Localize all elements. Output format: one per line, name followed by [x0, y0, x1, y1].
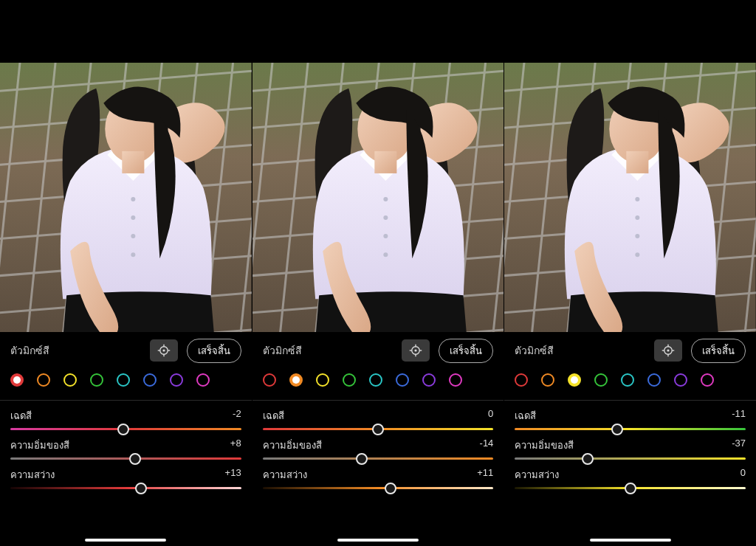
- color-swatch-row: [10, 369, 241, 395]
- controls-overlay: ตัวมิกซ์สีเสร็จสิ้นเฉดสี-2ความอิ่มของสี+…: [0, 332, 252, 546]
- slider-label: ความอิ่มของสี: [10, 438, 69, 453]
- color-swatch[interactable]: [143, 373, 157, 387]
- color-swatch[interactable]: [701, 373, 714, 387]
- slider-value: 0: [740, 467, 746, 483]
- slider-thumb[interactable]: [385, 483, 396, 494]
- svg-point-54: [383, 234, 388, 238]
- slider-thumb[interactable]: [625, 483, 636, 494]
- slider-label: เฉดสี: [515, 408, 536, 424]
- preview-image: [252, 63, 504, 332]
- svg-point-83: [636, 197, 640, 201]
- slider-row: เฉดสี0: [263, 408, 494, 430]
- slider-thumb[interactable]: [582, 453, 594, 465]
- slider-track[interactable]: [10, 457, 241, 460]
- color-swatch[interactable]: [647, 373, 661, 387]
- color-swatch[interactable]: [422, 373, 436, 387]
- color-swatch[interactable]: [37, 373, 50, 387]
- target-picker-button[interactable]: [402, 339, 430, 362]
- color-swatch[interactable]: [515, 373, 528, 387]
- slider-thumb[interactable]: [611, 424, 623, 435]
- slider-thumb[interactable]: [356, 453, 368, 465]
- color-swatch[interactable]: [674, 373, 687, 387]
- svg-point-22: [131, 215, 135, 220]
- color-mix-panel: ตัวมิกซ์สีเสร็จสิ้นเฉดสี-11ความอิ่มของสี…: [504, 0, 756, 546]
- color-swatch[interactable]: [449, 373, 462, 387]
- slider-thumb[interactable]: [117, 424, 129, 435]
- target-picker-button[interactable]: [654, 339, 682, 362]
- color-swatch[interactable]: [621, 373, 634, 387]
- divider: [0, 400, 252, 401]
- slider-value: -11: [732, 408, 746, 424]
- slider-label: ความสว่าง: [515, 467, 559, 483]
- slider-label: เฉดสี: [10, 408, 32, 424]
- controls-overlay: ตัวมิกซ์สีเสร็จสิ้นเฉดสี0ความอิ่มของสี-1…: [252, 332, 504, 546]
- done-button[interactable]: เสร็จสิ้น: [187, 339, 241, 363]
- slider-row: เฉดสี-11: [515, 408, 746, 430]
- target-picker-button[interactable]: [150, 339, 178, 362]
- color-swatch[interactable]: [316, 373, 329, 387]
- color-swatch[interactable]: [10, 373, 24, 387]
- svg-point-21: [131, 197, 135, 201]
- slider-thumb[interactable]: [372, 424, 384, 435]
- done-button[interactable]: เสร็จสิ้น: [691, 339, 746, 363]
- svg-point-53: [383, 215, 388, 220]
- color-mix-panel: ตัวมิกซ์สีเสร็จสิ้นเฉดสี-2ความอิ่มของสี+…: [0, 0, 252, 546]
- svg-point-88: [667, 350, 669, 351]
- color-swatch[interactable]: [117, 373, 130, 387]
- panel-title: ตัวมิกซ์สี: [10, 342, 150, 359]
- color-swatch[interactable]: [263, 373, 276, 387]
- slider-row: ความสว่าง+11: [263, 467, 494, 489]
- svg-point-57: [415, 350, 416, 351]
- divider: [504, 400, 756, 401]
- slider-label: เฉดสี: [263, 408, 284, 424]
- color-swatch[interactable]: [90, 373, 103, 387]
- home-indicator: [337, 539, 419, 542]
- color-swatch[interactable]: [196, 373, 210, 387]
- slider-track[interactable]: [515, 428, 746, 430]
- slider-label: ความอิ่มของสี: [515, 438, 574, 453]
- color-swatch[interactable]: [343, 373, 356, 387]
- slider-track[interactable]: [263, 428, 494, 430]
- panel-title: ตัวมิกซ์สี: [263, 342, 402, 359]
- color-swatch[interactable]: [170, 373, 183, 387]
- svg-point-85: [636, 234, 640, 238]
- slider-row: ความอิ่มของสี-14: [263, 438, 494, 460]
- svg-point-55: [383, 252, 388, 257]
- svg-point-52: [383, 197, 388, 201]
- slider-row: ความอิ่มของสี-37: [515, 438, 746, 460]
- svg-point-26: [163, 350, 165, 351]
- slider-value: -37: [732, 438, 746, 453]
- svg-rect-82: [627, 151, 649, 173]
- svg-rect-51: [374, 151, 396, 173]
- slider-label: ความอิ่มของสี: [263, 438, 322, 453]
- svg-point-86: [636, 252, 640, 257]
- color-swatch[interactable]: [594, 373, 608, 387]
- preview-image: [0, 63, 252, 332]
- color-swatch[interactable]: [369, 373, 382, 387]
- slider-track[interactable]: [263, 457, 494, 460]
- slider-track[interactable]: [263, 487, 494, 489]
- slider-thumb[interactable]: [135, 483, 147, 494]
- slider-row: เฉดสี-2: [10, 408, 241, 430]
- slider-track[interactable]: [10, 428, 241, 430]
- slider-thumb[interactable]: [129, 453, 141, 465]
- slider-track[interactable]: [515, 457, 746, 460]
- done-button[interactable]: เสร็จสิ้น: [439, 339, 493, 363]
- slider-value: +13: [225, 467, 241, 483]
- slider-track[interactable]: [10, 487, 241, 489]
- color-swatch-row: [263, 369, 494, 395]
- slider-value: -2: [233, 408, 241, 424]
- home-indicator: [85, 539, 166, 542]
- slider-label: ความสว่าง: [10, 467, 55, 483]
- color-mix-panel: ตัวมิกซ์สีเสร็จสิ้นเฉดสี0ความอิ่มของสี-1…: [252, 0, 504, 546]
- controls-overlay: ตัวมิกซ์สีเสร็จสิ้นเฉดสี-11ความอิ่มของสี…: [504, 332, 756, 546]
- color-swatch[interactable]: [396, 373, 409, 387]
- color-swatch[interactable]: [63, 373, 77, 387]
- svg-point-84: [636, 215, 640, 220]
- slider-track[interactable]: [515, 487, 746, 489]
- color-swatch[interactable]: [541, 373, 554, 387]
- color-swatch[interactable]: [289, 373, 303, 387]
- color-swatch[interactable]: [568, 373, 581, 387]
- slider-value: +8: [230, 438, 241, 453]
- divider: [252, 400, 504, 401]
